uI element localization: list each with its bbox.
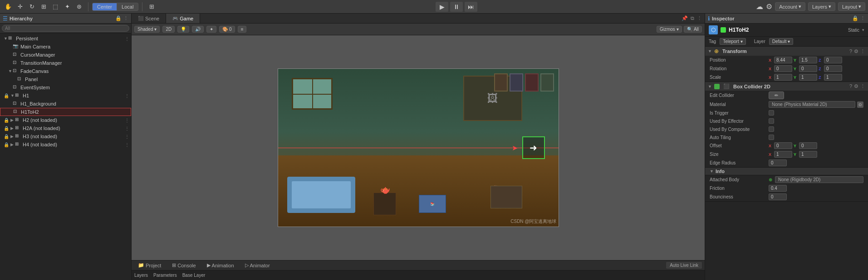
position-y-input[interactable]	[799, 57, 817, 63]
lighting-button[interactable]: 💡	[177, 26, 189, 33]
hierarchy-item-h3[interactable]: 🔒 ▶ ⊞ H3 (not loaded) ⋮	[0, 132, 131, 140]
render-count[interactable]: 🎨 0	[219, 26, 235, 33]
hierarchy-item-h1[interactable]: 🔒 ▼ ⊞ H1 ⋮	[0, 92, 131, 100]
h3-menu-icon[interactable]: ⋮	[125, 134, 129, 139]
h2a-menu-icon[interactable]: ⋮	[125, 126, 129, 131]
hierarchy-item-h2[interactable]: 🔒 ▶ ⊞ H2 (not loaded) ⋮	[0, 116, 131, 124]
h1-menu-icon[interactable]: ⋮	[125, 93, 129, 98]
combined-tool-button[interactable]: ✦	[62, 1, 73, 12]
material-ref-field[interactable]: None (Physics Material 2D)	[769, 101, 855, 108]
static-arrow-icon[interactable]: ▾	[862, 28, 864, 32]
tab-console[interactable]: ⊞ Console	[168, 261, 199, 270]
box-collider-header[interactable]: ▼ ⬛ Box Collider 2D ? ⚙ ⋮	[705, 82, 868, 91]
hierarchy-item-h4[interactable]: 🔒 ▶ ⊞ H4 (not loaded) ⋮	[0, 140, 131, 149]
attached-body-field[interactable]: None (Rigidbody 2D)	[775, 176, 863, 183]
transform-overflow-icon[interactable]: ⋮	[860, 48, 865, 54]
custom-tool-button[interactable]: ⊛	[74, 1, 84, 12]
collider-help-icon[interactable]: ?	[849, 83, 852, 89]
hierarchy-item-h1-background[interactable]: ⊡ H1_Background	[0, 100, 131, 108]
hierarchy-search-input[interactable]	[2, 25, 129, 32]
transform-settings-icon[interactable]: ⚙	[854, 48, 858, 54]
used-by-effector-checkbox[interactable]	[769, 118, 774, 124]
rotate-tool-button[interactable]: ↻	[26, 1, 37, 12]
friction-input[interactable]	[769, 185, 787, 192]
persistent-menu-icon[interactable]: ⋮	[125, 36, 129, 41]
tab-project[interactable]: 📁 Project	[134, 261, 165, 270]
offset-y-input[interactable]	[799, 142, 817, 149]
tab-animator[interactable]: ▷ Animator	[241, 261, 274, 270]
scale-y-input[interactable]	[799, 74, 817, 81]
transform-header[interactable]: ▼ ⊕ Transform ? ⚙ ⋮	[705, 47, 868, 56]
pivot-local-button[interactable]: Local	[117, 3, 138, 10]
collab-icon[interactable]: ☁	[756, 2, 763, 11]
used-by-composite-checkbox[interactable]	[769, 126, 774, 132]
auto-live-link-button[interactable]: Auto Live Link	[666, 262, 702, 269]
game-view-canvas[interactable]: 🖼 🫖 🥾 📚	[132, 35, 705, 260]
tab-scene[interactable]: ⬛ Scene	[132, 14, 166, 23]
account-dropdown[interactable]: Account ▾	[775, 2, 805, 11]
tab-maximize-icon[interactable]: ⧉	[691, 15, 694, 21]
tab-menu-icon[interactable]: ⋮	[697, 15, 702, 21]
rotation-y-input[interactable]	[799, 65, 817, 72]
material-pick-button[interactable]: ⊙	[857, 101, 863, 108]
transform-help-icon[interactable]: ?	[849, 48, 852, 54]
tab-game[interactable]: 🎮 Game	[166, 14, 200, 23]
bounciness-input[interactable]	[769, 193, 787, 200]
inspector-lock-icon[interactable]: 🔒	[852, 15, 858, 21]
layers-dropdown[interactable]: Layers ▾	[808, 2, 835, 11]
play-button[interactable]: ▶	[436, 2, 448, 12]
shading-dropdown[interactable]: Shaded ▾	[134, 26, 160, 33]
edit-collider-button[interactable]: ✏	[769, 92, 784, 99]
rect-tool-button[interactable]: ⬚	[50, 1, 61, 12]
collider-overflow-icon[interactable]: ⋮	[860, 83, 865, 89]
hierarchy-menu-icon[interactable]: ⋮	[123, 15, 128, 21]
position-x-input[interactable]	[774, 57, 792, 63]
layer-dropdown[interactable]: Default ▾	[769, 38, 794, 45]
h2-menu-icon[interactable]: ⋮	[125, 118, 129, 123]
settings-icon[interactable]: ⚙	[766, 2, 772, 11]
layers-sub-tab[interactable]: Layers	[134, 273, 148, 278]
hierarchy-item-h1toh2[interactable]: ⊡ H1ToH2	[0, 108, 131, 116]
inspector-menu-icon[interactable]: ⋮	[860, 15, 865, 21]
tab-animation[interactable]: ▶ Animation	[203, 261, 238, 270]
rotation-x-input[interactable]	[774, 65, 792, 72]
offset-x-input[interactable]	[774, 142, 792, 149]
custom-button-5[interactable]: ⊞	[146, 1, 157, 12]
hierarchy-item-fade-canvas[interactable]: ▼ ⊡ FadeCanvas	[0, 67, 131, 75]
hierarchy-lock-icon[interactable]: 🔒	[115, 15, 122, 21]
audio-button[interactable]: 🔊	[192, 26, 204, 33]
hand-tool-button[interactable]: ✋	[3, 1, 14, 12]
hierarchy-item-persistent[interactable]: ▼ ⊞ Persistent ⋮	[0, 34, 131, 43]
effects-button[interactable]: ✦	[206, 26, 216, 33]
hierarchy-item-event-system[interactable]: ⊡ EventSystem	[0, 83, 131, 92]
rotation-z-input[interactable]	[824, 65, 842, 72]
edge-radius-input[interactable]	[769, 159, 787, 166]
auto-tiling-checkbox[interactable]	[769, 135, 774, 140]
hierarchy-item-main-camera[interactable]: 📷 Main Camera	[0, 43, 131, 51]
move-tool-button[interactable]: ✛	[15, 1, 25, 12]
search-scene-input[interactable]: 🔍 All	[684, 26, 702, 33]
parameters-sub-tab[interactable]: Parameters	[153, 273, 177, 278]
mode-2d-button[interactable]: 2D	[162, 26, 175, 33]
step-button[interactable]: ⏭	[465, 2, 477, 12]
base-layer-sub-tab[interactable]: Base Layer	[182, 273, 206, 278]
collider-settings-icon[interactable]: ⚙	[854, 83, 858, 89]
scale-x-input[interactable]	[774, 74, 792, 81]
pause-button[interactable]: ⏸	[450, 2, 463, 12]
is-trigger-checkbox[interactable]	[769, 110, 774, 116]
hierarchy-item-transition-manager[interactable]: ⊡ TransitionManager	[0, 59, 131, 67]
gizmos-dropdown[interactable]: Gizmos ▾	[657, 26, 682, 33]
object-active-checkbox[interactable]	[721, 27, 726, 33]
hierarchy-item-cursor-manager[interactable]: ⊡ CursorManager	[0, 51, 131, 59]
tab-pin-icon[interactable]: 📌	[682, 15, 688, 21]
hierarchy-item-panel[interactable]: ⊡ Panel	[0, 75, 131, 83]
hierarchy-item-h2a[interactable]: 🔒 ▶ ⊞ H2A (not loaded) ⋮	[0, 124, 131, 132]
tag-dropdown[interactable]: Teleport ▾	[720, 38, 746, 45]
h4-menu-icon[interactable]: ⋮	[125, 142, 129, 147]
scale-tool-button[interactable]: ⊞	[38, 1, 49, 12]
size-x-input[interactable]	[774, 151, 792, 158]
layout-dropdown[interactable]: Layout ▾	[838, 2, 865, 11]
collider-enabled-checkbox[interactable]	[714, 84, 720, 89]
position-z-input[interactable]	[824, 57, 842, 63]
size-y-input[interactable]	[799, 151, 817, 158]
